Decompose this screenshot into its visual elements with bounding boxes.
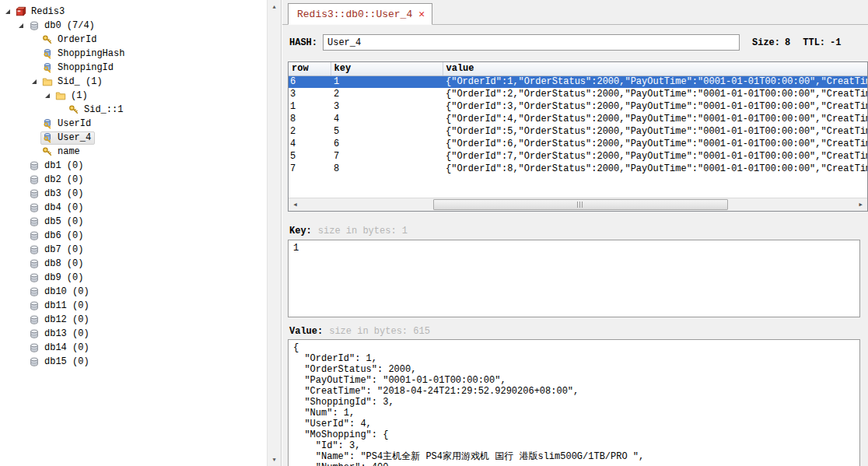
- tree-item-db10-0[interactable]: db10 (0): [0, 285, 267, 299]
- tab-redis3-db0-user4[interactable]: Redis3::db0::User_4 ✕: [288, 3, 432, 25]
- arrow-spacer: [29, 33, 40, 47]
- tree-item-sid-1[interactable]: Sid_ (1): [0, 75, 267, 89]
- tree-item-db14-0[interactable]: db14 (0): [0, 341, 267, 355]
- database-icon: [29, 20, 41, 32]
- tree-item-label: User_4: [58, 132, 91, 143]
- scroll-up-icon[interactable]: ▲: [268, 0, 281, 13]
- scroll-right-icon[interactable]: ▶: [854, 198, 867, 211]
- tree-item-label: name: [58, 146, 80, 157]
- table-row[interactable]: 13{"OrderId":3,"OrderStatus":2000,"PayOu…: [289, 100, 867, 113]
- arrow-spacer: [16, 285, 27, 299]
- hash-key-icon: [42, 132, 54, 144]
- table-row[interactable]: 61{"OrderId":1,"OrderStatus":2000,"PayOu…: [289, 75, 867, 88]
- database-icon: [29, 174, 41, 186]
- database-icon: [29, 342, 41, 354]
- tree-item-shoppingid[interactable]: ShoppingId: [0, 61, 267, 75]
- ttl-value: -1: [830, 37, 841, 48]
- database-icon: [29, 300, 41, 312]
- tree-item-db7-0[interactable]: db7 (0): [0, 243, 267, 257]
- tree-item-label: Sid_ (1): [58, 76, 103, 87]
- key-section-label: Key:size in bytes: 1: [289, 226, 408, 237]
- tree-item-label: db1 (0): [44, 160, 83, 171]
- table-row[interactable]: 32{"OrderId":2,"OrderStatus":2000,"PayOu…: [289, 88, 867, 100]
- key-editor[interactable]: 1: [288, 240, 860, 317]
- tree-item-db4-0[interactable]: db4 (0): [0, 201, 267, 215]
- column-header-value[interactable]: value: [443, 62, 867, 75]
- table-row[interactable]: 78{"OrderId":8,"OrderStatus":2000,"PayOu…: [289, 163, 867, 175]
- tree-item-name[interactable]: name: [0, 145, 267, 159]
- tab-close-icon[interactable]: ✕: [418, 9, 425, 19]
- tree-item-userid[interactable]: UserId: [0, 117, 267, 131]
- tree-item-db13-0[interactable]: db13 (0): [0, 327, 267, 341]
- arrow-spacer: [16, 271, 27, 285]
- tree-item-db12-0[interactable]: db12 (0): [0, 313, 267, 327]
- key-icon: [68, 104, 81, 116]
- arrow-spacer: [16, 173, 27, 187]
- ttl-label: TTL:: [803, 37, 825, 48]
- tree-item-orderid[interactable]: OrderId: [0, 33, 267, 47]
- tree-item-db6-0[interactable]: db6 (0): [0, 229, 267, 243]
- tree-item-label: db13 (0): [44, 328, 89, 339]
- hash-key-icon: [42, 62, 54, 74]
- tree-item-db15-0[interactable]: db15 (0): [0, 355, 267, 369]
- database-icon: [29, 188, 41, 200]
- tree-item-db3-0[interactable]: db3 (0): [0, 187, 267, 201]
- value-label: Value:: [289, 326, 323, 337]
- table-horizontal-scrollbar[interactable]: ◀ ▶: [289, 198, 867, 211]
- arrow-spacer: [29, 131, 40, 145]
- tree-item-db1-0[interactable]: db1 (0): [0, 159, 267, 173]
- tree-item-label: db10 (0): [44, 286, 89, 297]
- hash-key-input[interactable]: [323, 34, 740, 51]
- arrow-spacer: [16, 187, 27, 201]
- tree-item-label: db12 (0): [44, 314, 89, 325]
- tree-item-db0-7-4[interactable]: db0 (7/4): [0, 19, 267, 33]
- scroll-down-icon[interactable]: ▼: [268, 453, 281, 466]
- tree-item-label: db11 (0): [44, 300, 89, 311]
- expand-arrow-icon[interactable]: [29, 75, 40, 89]
- tree-item-db5-0[interactable]: db5 (0): [0, 215, 267, 229]
- tree-item-sid-1[interactable]: Sid_::1: [0, 103, 267, 117]
- tree-item-db8-0[interactable]: db8 (0): [0, 257, 267, 271]
- value-editor[interactable]: { "OrderId": 1, "OrderStatus": 2000, "Pa…: [288, 339, 860, 466]
- column-header-key[interactable]: key: [331, 62, 443, 75]
- expand-arrow-icon[interactable]: [42, 89, 54, 103]
- arrow-spacer: [29, 47, 40, 61]
- tree-item-label: Redis3: [31, 6, 65, 17]
- folder-icon: [55, 90, 68, 102]
- column-header-row[interactable]: row: [289, 62, 331, 75]
- database-icon: [29, 202, 41, 214]
- tree-item-db2-0[interactable]: db2 (0): [0, 173, 267, 187]
- scrollbar-thumb[interactable]: [433, 199, 728, 210]
- table-row[interactable]: 25{"OrderId":5,"OrderStatus":2000,"PayOu…: [289, 125, 867, 138]
- database-icon: [29, 230, 41, 242]
- arrow-spacer: [29, 117, 40, 131]
- table-header-row: rowkeyvalue: [289, 62, 867, 75]
- database-icon: [29, 216, 41, 228]
- table-row[interactable]: 46{"OrderId":6,"OrderStatus":2000,"PayOu…: [289, 138, 867, 150]
- database-icon: [29, 160, 41, 172]
- tree-item-redis3[interactable]: Redis3: [0, 5, 267, 19]
- tree-item-label: db3 (0): [44, 188, 83, 199]
- arrow-spacer: [16, 313, 27, 327]
- tree-scrollbar[interactable]: ▲ ▼: [267, 0, 281, 466]
- expand-arrow-icon[interactable]: [2, 5, 14, 19]
- tree-item-shoppinghash[interactable]: ShoppingHash: [0, 47, 267, 61]
- tree-item-1[interactable]: (1): [0, 89, 267, 103]
- arrow-spacer: [55, 103, 67, 117]
- tree-item-db11-0[interactable]: db11 (0): [0, 299, 267, 313]
- arrow-spacer: [16, 201, 27, 215]
- table-row[interactable]: 84{"OrderId":4,"OrderStatus":2000,"PayOu…: [289, 113, 867, 125]
- expand-arrow-icon[interactable]: [16, 19, 27, 33]
- value-size-info: size in bytes: 615: [329, 326, 430, 337]
- tree-item-label: db4 (0): [44, 202, 83, 213]
- arrow-spacer: [16, 257, 27, 271]
- database-icon: [29, 272, 41, 284]
- tree-item-label: db2 (0): [44, 174, 83, 185]
- tree-item-db9-0[interactable]: db9 (0): [0, 271, 267, 285]
- tree-item-user-4[interactable]: User_4: [0, 131, 267, 145]
- table-row[interactable]: 57{"OrderId":7,"OrderStatus":2000,"PayOu…: [289, 150, 867, 163]
- database-icon: [29, 244, 41, 256]
- tree-item-label: OrderId: [58, 34, 96, 45]
- scroll-left-icon[interactable]: ◀: [289, 198, 302, 211]
- redis-server-icon: [16, 6, 28, 18]
